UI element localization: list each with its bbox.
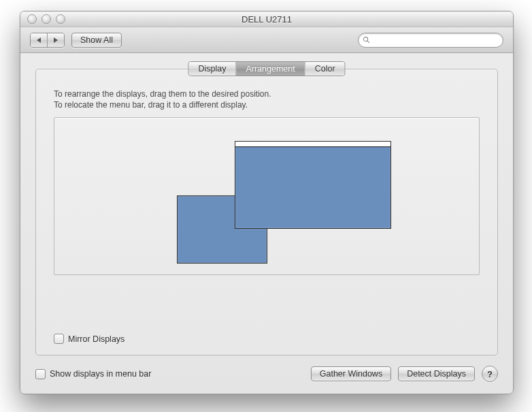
- instructions-line-2: To relocate the menu bar, drag it to a d…: [54, 99, 480, 110]
- close-traffic-light[interactable]: [27, 14, 37, 24]
- display-primary[interactable]: [235, 141, 391, 229]
- preferences-window: DELL U2711 Show All: [20, 11, 514, 394]
- detect-displays-button[interactable]: Detect Displays: [398, 366, 475, 381]
- tab-color-label: Color: [315, 64, 335, 74]
- gather-windows-label: Gather Windows: [320, 369, 382, 379]
- back-button[interactable]: [31, 33, 47, 47]
- footer: Show displays in menu bar Gather Windows…: [35, 365, 498, 383]
- chevron-right-icon: [54, 37, 58, 43]
- gather-windows-button[interactable]: Gather Windows: [311, 366, 391, 381]
- tab-color[interactable]: Color: [305, 62, 345, 76]
- show-in-menubar-label: Show displays in menu bar: [50, 369, 151, 379]
- minimize-traffic-light[interactable]: [41, 14, 51, 24]
- tab-arrangement-label: Arrangement: [246, 64, 295, 74]
- arrangement-instructions: To rearrange the displays, drag them to …: [54, 89, 480, 110]
- window-body: Display Arrangement Color To rearrange t…: [20, 52, 513, 394]
- show-all-button[interactable]: Show All: [71, 33, 122, 48]
- tab-bar: Display Arrangement Color: [188, 61, 345, 76]
- help-button[interactable]: ?: [482, 366, 498, 382]
- search-input[interactable]: [373, 35, 499, 46]
- traffic-lights: [27, 14, 65, 24]
- mirror-displays-checkbox[interactable]: [54, 334, 64, 344]
- chevron-left-icon: [37, 37, 41, 43]
- forward-button[interactable]: [47, 33, 64, 47]
- window-title: DELL U2711: [242, 14, 292, 25]
- tab-arrangement[interactable]: Arrangement: [235, 62, 304, 76]
- tab-display[interactable]: Display: [188, 62, 235, 76]
- svg-line-1: [367, 41, 369, 43]
- menubar-handle[interactable]: [235, 142, 390, 147]
- toolbar: Show All: [20, 27, 513, 53]
- arrangement-canvas[interactable]: [54, 117, 480, 275]
- tab-pane: Display Arrangement Color To rearrange t…: [35, 69, 498, 355]
- instructions-line-1: To rearrange the displays, drag them to …: [54, 89, 480, 99]
- tab-display-label: Display: [198, 64, 226, 74]
- nav-segment: [30, 33, 65, 48]
- show-in-menubar-row[interactable]: Show displays in menu bar: [35, 369, 151, 379]
- show-in-menubar-checkbox[interactable]: [35, 369, 46, 379]
- mirror-displays-label: Mirror Displays: [68, 334, 124, 344]
- detect-displays-label: Detect Displays: [407, 369, 466, 379]
- help-icon: ?: [487, 369, 493, 379]
- search-icon: [363, 36, 370, 44]
- zoom-traffic-light[interactable]: [56, 14, 65, 24]
- titlebar[interactable]: DELL U2711: [20, 12, 513, 27]
- show-all-label: Show All: [80, 35, 113, 45]
- search-field[interactable]: [358, 33, 503, 48]
- mirror-displays-row[interactable]: Mirror Displays: [54, 334, 124, 344]
